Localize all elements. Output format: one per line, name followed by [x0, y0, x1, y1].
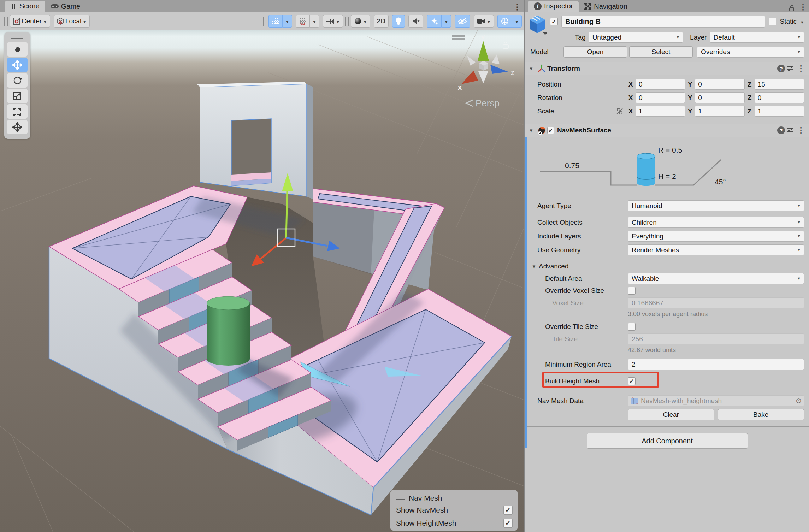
- pivot-mode-label: Center: [22, 17, 42, 25]
- foldout-icon[interactable]: [529, 66, 536, 71]
- tab-scene[interactable]: Scene: [5, 1, 45, 12]
- tool-scale[interactable]: [7, 89, 28, 103]
- nav-mesh-data-value: NavMesh-with_heightmesh: [641, 397, 722, 405]
- presets-icon[interactable]: [786, 126, 795, 135]
- layer-value: Default: [714, 34, 735, 41]
- constrain-proportions-icon[interactable]: [616, 107, 624, 115]
- scene-menu-kebab-icon[interactable]: [513, 2, 522, 12]
- gameobject-name-field[interactable]: Building B: [561, 16, 765, 28]
- tag-dropdown[interactable]: Untagged: [589, 32, 683, 43]
- foldout-icon[interactable]: [529, 128, 536, 133]
- tool-transform[interactable]: [7, 120, 28, 134]
- effects-toggle[interactable]: [427, 15, 441, 28]
- collect-objects-dropdown[interactable]: Children: [628, 217, 804, 228]
- camera-settings-dropdown[interactable]: [474, 15, 494, 28]
- component-enabled-checkbox[interactable]: [547, 127, 554, 134]
- voxel-size-field[interactable]: 0.1666667: [628, 297, 804, 308]
- static-checkbox[interactable]: [769, 18, 776, 25]
- override-voxel-size-checkbox[interactable]: [628, 287, 636, 295]
- position-y-field[interactable]: 0: [695, 79, 744, 90]
- navmesh-display-overlay: Nav Mesh Show NavMesh Show HeightMesh: [390, 490, 518, 531]
- navmeshsurface-header[interactable]: NavMeshSurface ?: [525, 124, 809, 137]
- palette-drag-handle[interactable]: [11, 36, 23, 39]
- component-menu-kebab-icon[interactable]: [796, 126, 805, 135]
- toolbar-drag-handle[interactable]: [4, 17, 8, 26]
- tool-hand[interactable]: [7, 42, 28, 57]
- nav-mesh-data-field[interactable]: NavMesh-with_heightmesh ⊙: [628, 395, 804, 406]
- position-z-field[interactable]: 15: [755, 79, 804, 90]
- bake-button[interactable]: Bake: [718, 409, 804, 420]
- scene-viewport[interactable]: y x z Persp: [0, 30, 524, 532]
- tool-rotate[interactable]: [7, 73, 28, 88]
- layer-label: Layer: [690, 34, 707, 41]
- show-navmesh-checkbox[interactable]: [503, 506, 513, 515]
- rotation-y-field[interactable]: 0: [695, 92, 744, 103]
- overrides-dropdown[interactable]: Overrides: [697, 47, 804, 58]
- show-heightmesh-checkbox[interactable]: [503, 519, 513, 528]
- grid-visibility-caret[interactable]: [282, 15, 292, 28]
- agent-cylinder-top: [637, 153, 655, 159]
- model-select-button[interactable]: Select: [629, 46, 693, 58]
- projection-label[interactable]: Persp: [476, 98, 500, 108]
- effects-caret[interactable]: [441, 15, 451, 28]
- snap-caret[interactable]: [309, 15, 319, 28]
- build-height-mesh-checkbox[interactable]: [628, 377, 636, 385]
- snap-increment-dropdown[interactable]: [323, 15, 343, 28]
- scene-visibility-toggle[interactable]: [455, 15, 470, 28]
- active-checkbox[interactable]: [550, 18, 558, 25]
- presets-icon[interactable]: [786, 64, 795, 73]
- tool-move[interactable]: [7, 58, 28, 72]
- toolbar-drag-handle[interactable]: [345, 17, 349, 26]
- tile-size-field[interactable]: 256: [628, 333, 804, 344]
- component-menu-kebab-icon[interactable]: [796, 64, 805, 73]
- advanced-label: Advanced: [539, 262, 569, 270]
- audio-toggle[interactable]: [408, 15, 423, 28]
- use-geometry-dropdown[interactable]: Render Meshes: [628, 244, 804, 255]
- component-highlight-strip: [525, 137, 527, 448]
- axis-z-label: Z: [747, 94, 752, 102]
- grid-visibility-toggle[interactable]: [268, 15, 282, 28]
- object-picker-icon[interactable]: ⊙: [796, 396, 802, 405]
- icon-caret[interactable]: [543, 32, 547, 35]
- help-icon[interactable]: ?: [777, 126, 785, 134]
- pivot-mode-dropdown[interactable]: Center: [10, 15, 50, 28]
- move-gizmo-y-axis[interactable]: [286, 190, 287, 238]
- orientation-mode-dropdown[interactable]: Local: [54, 15, 90, 28]
- layer-dropdown[interactable]: Default: [710, 32, 804, 43]
- gizmos-caret[interactable]: [512, 15, 522, 28]
- agent-type-dropdown[interactable]: Humanoid: [628, 200, 804, 211]
- 2d-toggle[interactable]: 2D: [374, 15, 389, 28]
- default-area-dropdown[interactable]: Walkable: [628, 273, 804, 284]
- min-region-area-field[interactable]: 2: [628, 359, 804, 370]
- scene-panel: Scene Game Center Local: [0, 0, 524, 532]
- help-icon[interactable]: ?: [777, 65, 785, 72]
- static-flags-caret[interactable]: [800, 18, 804, 25]
- clear-button[interactable]: Clear: [628, 409, 714, 420]
- transform-header[interactable]: Transform ?: [525, 62, 809, 75]
- scale-y-field[interactable]: 1: [695, 106, 744, 117]
- lighting-toggle[interactable]: [392, 15, 405, 28]
- draw-mode-dropdown[interactable]: [351, 15, 370, 28]
- lightbulb-icon: [395, 17, 402, 25]
- legend-drag-handle[interactable]: [396, 497, 405, 500]
- rotation-z-field[interactable]: 0: [755, 92, 804, 103]
- advanced-foldout[interactable]: Advanced: [525, 262, 809, 270]
- rotation-x-field[interactable]: 0: [636, 92, 685, 103]
- tab-scene-label: Scene: [19, 2, 40, 10]
- include-layers-dropdown[interactable]: Everything: [628, 231, 804, 242]
- default-area-label: Default Area: [525, 275, 628, 283]
- shaded-sphere-icon: [354, 17, 362, 25]
- override-tile-size-checkbox[interactable]: [628, 323, 636, 331]
- gizmos-toggle[interactable]: [497, 15, 512, 28]
- snap-toggle[interactable]: [296, 15, 309, 28]
- position-x-field[interactable]: 0: [636, 79, 685, 90]
- gizmo-sphere-icon: [501, 17, 509, 25]
- toolbar-drag-handle[interactable]: [263, 17, 266, 26]
- add-component-button[interactable]: Add Component: [587, 433, 748, 449]
- scale-z-field[interactable]: 1: [755, 106, 804, 117]
- tool-rect[interactable]: [7, 104, 28, 119]
- tab-game[interactable]: Game: [45, 1, 86, 12]
- gameobject-icon[interactable]: [528, 15, 547, 36]
- model-open-button[interactable]: Open: [563, 46, 627, 58]
- scale-x-field[interactable]: 1: [636, 106, 685, 117]
